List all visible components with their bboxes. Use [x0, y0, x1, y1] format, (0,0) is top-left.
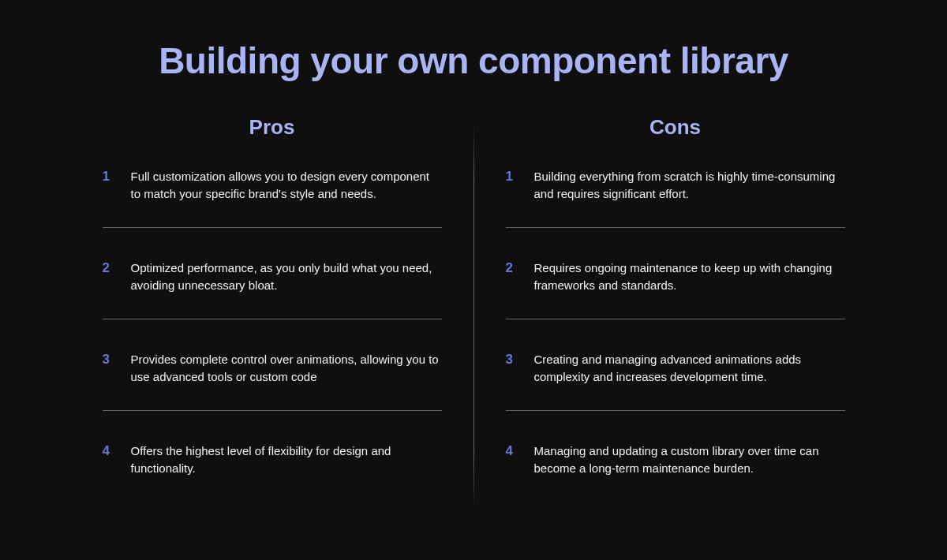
item-text: Full customization allows you to design …: [131, 168, 442, 203]
item-number: 2: [103, 259, 114, 276]
list-item: 2 Optimized performance, as you only bui…: [103, 259, 442, 319]
list-item: 1 Full customization allows you to desig…: [103, 168, 442, 228]
pros-heading: Pros: [103, 115, 442, 140]
item-number: 3: [506, 351, 517, 368]
item-text: Requires ongoing maintenance to keep up …: [534, 259, 845, 294]
list-item: 2 Requires ongoing maintenance to keep u…: [506, 259, 845, 319]
item-number: 1: [506, 168, 517, 185]
columns-wrapper: Pros 1 Full customization allows you to …: [79, 115, 868, 510]
item-text: Optimized performance, as you only build…: [131, 259, 442, 294]
item-text: Provides complete control over animation…: [131, 351, 442, 386]
list-item: 3 Creating and managing advanced animati…: [506, 351, 845, 411]
item-text: Offers the highest level of flexibility …: [131, 442, 442, 477]
item-number: 2: [506, 259, 517, 276]
item-number: 4: [506, 442, 517, 459]
item-number: 4: [103, 442, 114, 459]
list-item: 4 Managing and updating a custom library…: [506, 442, 845, 502]
slide-container: Building your own component library Pros…: [0, 0, 947, 560]
item-number: 1: [103, 168, 114, 185]
cons-column: Cons 1 Building everything from scratch …: [474, 115, 845, 502]
cons-heading: Cons: [506, 115, 845, 140]
item-text: Building everything from scratch is high…: [534, 168, 845, 203]
item-text: Managing and updating a custom library o…: [534, 442, 845, 477]
list-item: 4 Offers the highest level of flexibilit…: [103, 442, 442, 502]
item-text: Creating and managing advanced animation…: [534, 351, 845, 386]
item-number: 3: [103, 351, 114, 368]
pros-column: Pros 1 Full customization allows you to …: [103, 115, 474, 502]
list-item: 1 Building everything from scratch is hi…: [506, 168, 845, 228]
list-item: 3 Provides complete control over animati…: [103, 351, 442, 411]
page-title: Building your own component library: [79, 39, 868, 82]
